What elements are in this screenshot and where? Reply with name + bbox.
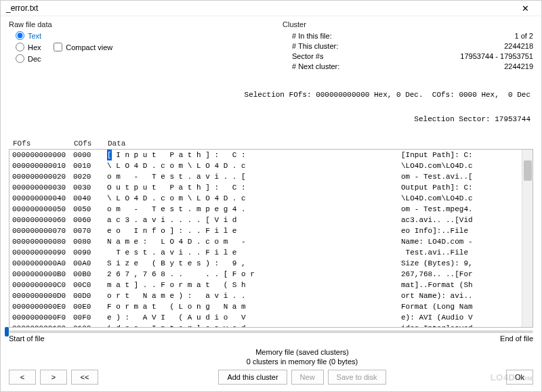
cluster-this-row: # This cluster: 2244218 [283,41,533,51]
close-button[interactable]: ✕ [514,1,536,16]
selection-line-2: Selection Sector: 17953744 [1,115,530,123]
slider-thumb[interactable] [5,327,9,336]
hex-row-cofs: 00B0 [73,269,107,280]
hex-row-fofs: 000000000070 [12,225,73,236]
hex-row-ascii: Test.avi..File [401,247,509,258]
hex-row[interactable]: 0000000000700070e o I n f o ] : . . F i … [9,225,522,236]
save-to-disk-button[interactable]: Save to disk [328,370,386,385]
header-cofs: COfs [74,139,108,148]
hex-row-data: o m - T e s t . a v i . . [ [107,171,401,182]
hex-row-cofs: 0080 [73,236,107,247]
hex-row-fofs: 000000000040 [12,193,73,204]
hex-row-cofs: 00F0 [73,312,107,323]
hex-row-fofs: 000000000060 [12,215,73,225]
hex-row-data: [ I n p u t P a t h ] : C : [107,150,401,160]
prev-button[interactable]: < [9,370,36,385]
cluster-this-value: 2244218 [504,41,533,51]
radio-hex-input[interactable] [16,43,24,51]
hex-row-fofs: 0000000000E0 [12,301,73,312]
add-cluster-button[interactable]: Add this cluster [218,370,287,385]
hex-row[interactable]: 0000000000C000C0m a t ] . . F o r m a t … [9,280,522,290]
hex-row-cofs: 00E0 [73,301,107,312]
raw-group-title: Raw file data [9,20,185,28]
hex-row-data: m a t ] . . F o r m a t ( S h [107,280,401,290]
hex-row-cofs: 0010 [73,160,107,171]
memory-file-area: Memory file (saved clusters) 0 clusters … [104,348,501,385]
hex-row-ascii: om - Test.mpeg4. [401,204,509,215]
hex-row-cofs: 0090 [73,247,107,258]
next-button[interactable]: > [40,370,67,385]
hex-row[interactable]: 0000000000100010\ L O 4 D . c o m \ L O … [9,160,522,171]
hex-row-ascii: ort Name): avi.. [401,290,509,301]
hex-row[interactable]: 0000000000A000A0S i z e ( B y t e s ) : … [9,258,522,269]
hex-row-cofs: 0000 [73,150,107,160]
hex-row-ascii: Name: LO4D.com - [401,236,509,247]
hex-row-cofs: 0100 [73,323,107,327]
cluster-in-file-value: 1 of 2 [514,31,533,41]
header-data: Data [108,139,125,148]
hex-row-fofs: 000000000080 [12,236,73,247]
file-position-slider: Start of file End of file [9,330,533,343]
hex-row-cofs: 00C0 [73,280,107,290]
slider-track[interactable] [9,330,533,333]
hex-row[interactable]: 0000000001000100i d e o I n t e r l e a … [9,323,522,327]
hex-row-ascii: mat]..Format (Sh [401,280,509,290]
radio-hex[interactable]: Hex [16,43,41,51]
hex-row-ascii: \LO4D.com\LO4D.c [401,193,509,204]
hex-row-fofs: 0000000000C0 [12,280,73,290]
hex-row-data: e o I n f o ] : . . F i l e [107,225,401,236]
radio-text[interactable]: Text [16,31,41,40]
hex-row[interactable]: 0000000000B000B02 6 7 , 7 6 8 . . . . [ … [9,269,522,280]
hex-row[interactable]: 0000000000400040\ L O 4 D . c o m \ L O … [9,193,522,204]
hex-row-data: T e s t . a v i . . F i l e [107,247,401,258]
viewer-window: _error.txt ✕ Raw file data Text Hex [0,0,542,392]
header-fofs: FOfs [13,139,74,148]
hex-row-ascii: eo Info]:..File [401,225,509,236]
hex-row-cofs: 00A0 [73,258,107,269]
hex-row[interactable]: 0000000000800080N a m e : L O 4 D . c o … [9,236,522,247]
hex-row[interactable]: 0000000000600060a c 3 . a v i . . . . [ … [9,215,522,225]
hex-row-ascii: Size (Bytes): 9, [401,258,509,269]
hex-row[interactable]: 0000000000000000[ I n p u t P a t h ] : … [9,150,522,160]
compact-view-checkbox[interactable]: Compact view [54,31,112,63]
hex-row[interactable]: 0000000000500050o m - T e s t . m p e g … [9,204,522,215]
hex-row-cofs: 00D0 [73,290,107,301]
rewind-button[interactable]: << [71,370,98,385]
hex-row-fofs: 0000000000A0 [12,258,73,269]
hex-row-data: S i z e ( B y t e s ) : 9 , [107,258,401,269]
hex-row-ascii: ac3.avi.. ..[Vid [401,215,509,225]
ok-button[interactable]: Ok [506,370,533,385]
raw-file-data-group: Raw file data Text Hex Dec [9,20,185,72]
memory-title: Memory file (saved clusters) [104,348,501,356]
hex-row-data: O u t p u t P a t h ] : C : [107,182,401,193]
hex-row-data: \ L O 4 D . c o m \ L O 4 D . c [107,160,401,171]
radio-text-input[interactable] [16,31,24,40]
vertical-scrollbar[interactable] [522,150,533,327]
radio-text-label: Text [28,32,41,40]
hex-row-fofs: 000000000020 [12,171,73,182]
close-icon: ✕ [522,3,529,14]
cluster-next-label: # Next cluster: [292,62,339,72]
hex-row[interactable]: 0000000000200020o m - T e s t . a v i . … [9,171,522,182]
hex-row[interactable]: 0000000000E000E0F o r m a t ( L o n g N … [9,301,522,312]
hex-row-fofs: 000000000030 [12,182,73,193]
scrollbar-thumb[interactable] [524,160,532,181]
hex-row[interactable]: 0000000000D000D0o r t N a m e ) : a v i … [9,290,522,301]
hex-row[interactable]: 0000000000300030O u t p u t P a t h ] : … [9,182,522,193]
hex-row[interactable]: 0000000000900090 T e s t . a v i . . F i… [9,247,522,258]
radio-dec-input[interactable] [16,54,24,63]
radio-dec[interactable]: Dec [16,54,41,63]
hex-row-ascii: \LO4D.com\LO4D.c [401,160,509,171]
hex-row-cofs: 0060 [73,215,107,225]
cluster-sector-value: 17953744 - 17953751 [460,51,533,62]
cluster-this-label: # This cluster: [292,41,338,51]
hex-row-data: N a m e : L O 4 D . c o m - [107,236,401,247]
new-button[interactable]: New [291,370,324,385]
upper-panel: Raw file data Text Hex Dec [1,16,541,72]
window-title: _error.txt [6,3,38,13]
hex-row[interactable]: 0000000000F000F0e ) : A V I ( A u d i o … [9,312,522,323]
slider-end-label: End of file [500,334,533,343]
hex-row-ascii: [Input Path]: C: [401,150,509,160]
compact-view-input[interactable] [54,43,62,51]
hex-view[interactable]: 0000000000000000[ I n p u t P a t h ] : … [9,149,533,328]
